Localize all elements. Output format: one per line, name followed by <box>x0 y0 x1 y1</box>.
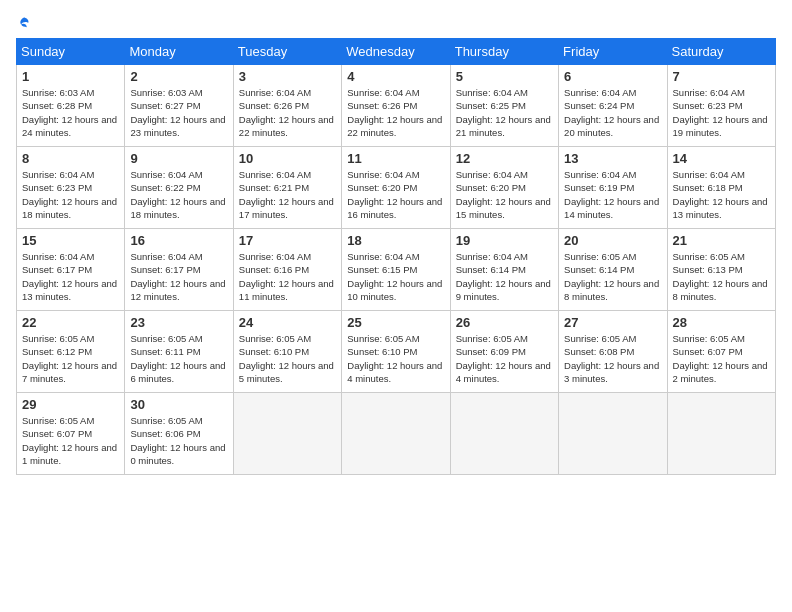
calendar-week-1: 1Sunrise: 6:03 AMSunset: 6:28 PMDaylight… <box>17 65 776 147</box>
day-number: 28 <box>673 315 770 330</box>
day-info: Sunrise: 6:04 AMSunset: 6:20 PMDaylight:… <box>456 168 553 221</box>
day-number: 15 <box>22 233 119 248</box>
calendar-day-3: 3Sunrise: 6:04 AMSunset: 6:26 PMDaylight… <box>233 65 341 147</box>
empty-cell <box>559 393 667 475</box>
calendar-week-4: 22Sunrise: 6:05 AMSunset: 6:12 PMDayligh… <box>17 311 776 393</box>
calendar-day-30: 30Sunrise: 6:05 AMSunset: 6:06 PMDayligh… <box>125 393 233 475</box>
day-number: 16 <box>130 233 227 248</box>
day-number: 26 <box>456 315 553 330</box>
empty-cell <box>450 393 558 475</box>
day-info: Sunrise: 6:05 AMSunset: 6:07 PMDaylight:… <box>22 414 119 467</box>
weekday-header-wednesday: Wednesday <box>342 39 450 65</box>
calendar-week-3: 15Sunrise: 6:04 AMSunset: 6:17 PMDayligh… <box>17 229 776 311</box>
day-info: Sunrise: 6:04 AMSunset: 6:14 PMDaylight:… <box>456 250 553 303</box>
day-info: Sunrise: 6:04 AMSunset: 6:26 PMDaylight:… <box>239 86 336 139</box>
day-number: 25 <box>347 315 444 330</box>
calendar-day-18: 18Sunrise: 6:04 AMSunset: 6:15 PMDayligh… <box>342 229 450 311</box>
day-info: Sunrise: 6:03 AMSunset: 6:28 PMDaylight:… <box>22 86 119 139</box>
day-number: 23 <box>130 315 227 330</box>
calendar-day-1: 1Sunrise: 6:03 AMSunset: 6:28 PMDaylight… <box>17 65 125 147</box>
day-info: Sunrise: 6:05 AMSunset: 6:07 PMDaylight:… <box>673 332 770 385</box>
calendar-day-23: 23Sunrise: 6:05 AMSunset: 6:11 PMDayligh… <box>125 311 233 393</box>
calendar-day-16: 16Sunrise: 6:04 AMSunset: 6:17 PMDayligh… <box>125 229 233 311</box>
day-info: Sunrise: 6:05 AMSunset: 6:14 PMDaylight:… <box>564 250 661 303</box>
calendar-day-5: 5Sunrise: 6:04 AMSunset: 6:25 PMDaylight… <box>450 65 558 147</box>
day-number: 24 <box>239 315 336 330</box>
day-number: 9 <box>130 151 227 166</box>
calendar-day-22: 22Sunrise: 6:05 AMSunset: 6:12 PMDayligh… <box>17 311 125 393</box>
calendar-week-2: 8Sunrise: 6:04 AMSunset: 6:23 PMDaylight… <box>17 147 776 229</box>
calendar-day-26: 26Sunrise: 6:05 AMSunset: 6:09 PMDayligh… <box>450 311 558 393</box>
weekday-header-row: SundayMondayTuesdayWednesdayThursdayFrid… <box>17 39 776 65</box>
day-info: Sunrise: 6:05 AMSunset: 6:12 PMDaylight:… <box>22 332 119 385</box>
day-info: Sunrise: 6:04 AMSunset: 6:19 PMDaylight:… <box>564 168 661 221</box>
day-info: Sunrise: 6:04 AMSunset: 6:17 PMDaylight:… <box>130 250 227 303</box>
day-number: 5 <box>456 69 553 84</box>
day-number: 27 <box>564 315 661 330</box>
day-number: 8 <box>22 151 119 166</box>
day-number: 12 <box>456 151 553 166</box>
day-number: 20 <box>564 233 661 248</box>
calendar-day-20: 20Sunrise: 6:05 AMSunset: 6:14 PMDayligh… <box>559 229 667 311</box>
empty-cell <box>342 393 450 475</box>
day-number: 18 <box>347 233 444 248</box>
day-info: Sunrise: 6:05 AMSunset: 6:10 PMDaylight:… <box>239 332 336 385</box>
logo <box>16 16 31 30</box>
calendar-table: SundayMondayTuesdayWednesdayThursdayFrid… <box>16 38 776 475</box>
calendar-header: SundayMondayTuesdayWednesdayThursdayFrid… <box>17 39 776 65</box>
calendar-day-29: 29Sunrise: 6:05 AMSunset: 6:07 PMDayligh… <box>17 393 125 475</box>
day-number: 4 <box>347 69 444 84</box>
day-info: Sunrise: 6:05 AMSunset: 6:10 PMDaylight:… <box>347 332 444 385</box>
day-info: Sunrise: 6:04 AMSunset: 6:21 PMDaylight:… <box>239 168 336 221</box>
empty-cell <box>667 393 775 475</box>
weekday-header-monday: Monday <box>125 39 233 65</box>
day-number: 1 <box>22 69 119 84</box>
calendar-day-28: 28Sunrise: 6:05 AMSunset: 6:07 PMDayligh… <box>667 311 775 393</box>
calendar-day-27: 27Sunrise: 6:05 AMSunset: 6:08 PMDayligh… <box>559 311 667 393</box>
day-number: 21 <box>673 233 770 248</box>
calendar-day-21: 21Sunrise: 6:05 AMSunset: 6:13 PMDayligh… <box>667 229 775 311</box>
calendar-day-4: 4Sunrise: 6:04 AMSunset: 6:26 PMDaylight… <box>342 65 450 147</box>
logo-bird-icon <box>17 16 31 30</box>
weekday-header-thursday: Thursday <box>450 39 558 65</box>
day-number: 6 <box>564 69 661 84</box>
day-info: Sunrise: 6:04 AMSunset: 6:24 PMDaylight:… <box>564 86 661 139</box>
calendar-day-7: 7Sunrise: 6:04 AMSunset: 6:23 PMDaylight… <box>667 65 775 147</box>
calendar-day-6: 6Sunrise: 6:04 AMSunset: 6:24 PMDaylight… <box>559 65 667 147</box>
calendar-day-11: 11Sunrise: 6:04 AMSunset: 6:20 PMDayligh… <box>342 147 450 229</box>
day-number: 7 <box>673 69 770 84</box>
empty-cell <box>233 393 341 475</box>
day-info: Sunrise: 6:05 AMSunset: 6:11 PMDaylight:… <box>130 332 227 385</box>
day-info: Sunrise: 6:04 AMSunset: 6:17 PMDaylight:… <box>22 250 119 303</box>
weekday-header-tuesday: Tuesday <box>233 39 341 65</box>
day-info: Sunrise: 6:04 AMSunset: 6:20 PMDaylight:… <box>347 168 444 221</box>
calendar-day-19: 19Sunrise: 6:04 AMSunset: 6:14 PMDayligh… <box>450 229 558 311</box>
day-info: Sunrise: 6:05 AMSunset: 6:08 PMDaylight:… <box>564 332 661 385</box>
day-info: Sunrise: 6:04 AMSunset: 6:26 PMDaylight:… <box>347 86 444 139</box>
calendar-day-10: 10Sunrise: 6:04 AMSunset: 6:21 PMDayligh… <box>233 147 341 229</box>
day-number: 13 <box>564 151 661 166</box>
calendar-day-17: 17Sunrise: 6:04 AMSunset: 6:16 PMDayligh… <box>233 229 341 311</box>
day-number: 2 <box>130 69 227 84</box>
day-number: 30 <box>130 397 227 412</box>
calendar-day-14: 14Sunrise: 6:04 AMSunset: 6:18 PMDayligh… <box>667 147 775 229</box>
page-header <box>16 16 776 30</box>
calendar-week-5: 29Sunrise: 6:05 AMSunset: 6:07 PMDayligh… <box>17 393 776 475</box>
calendar-day-24: 24Sunrise: 6:05 AMSunset: 6:10 PMDayligh… <box>233 311 341 393</box>
day-number: 17 <box>239 233 336 248</box>
day-info: Sunrise: 6:04 AMSunset: 6:22 PMDaylight:… <box>130 168 227 221</box>
calendar-day-13: 13Sunrise: 6:04 AMSunset: 6:19 PMDayligh… <box>559 147 667 229</box>
calendar-day-2: 2Sunrise: 6:03 AMSunset: 6:27 PMDaylight… <box>125 65 233 147</box>
weekday-header-friday: Friday <box>559 39 667 65</box>
day-number: 29 <box>22 397 119 412</box>
day-number: 22 <box>22 315 119 330</box>
day-number: 19 <box>456 233 553 248</box>
day-info: Sunrise: 6:04 AMSunset: 6:16 PMDaylight:… <box>239 250 336 303</box>
weekday-header-sunday: Sunday <box>17 39 125 65</box>
day-number: 14 <box>673 151 770 166</box>
day-info: Sunrise: 6:04 AMSunset: 6:15 PMDaylight:… <box>347 250 444 303</box>
day-info: Sunrise: 6:04 AMSunset: 6:18 PMDaylight:… <box>673 168 770 221</box>
day-info: Sunrise: 6:05 AMSunset: 6:06 PMDaylight:… <box>130 414 227 467</box>
day-info: Sunrise: 6:05 AMSunset: 6:13 PMDaylight:… <box>673 250 770 303</box>
day-info: Sunrise: 6:04 AMSunset: 6:25 PMDaylight:… <box>456 86 553 139</box>
